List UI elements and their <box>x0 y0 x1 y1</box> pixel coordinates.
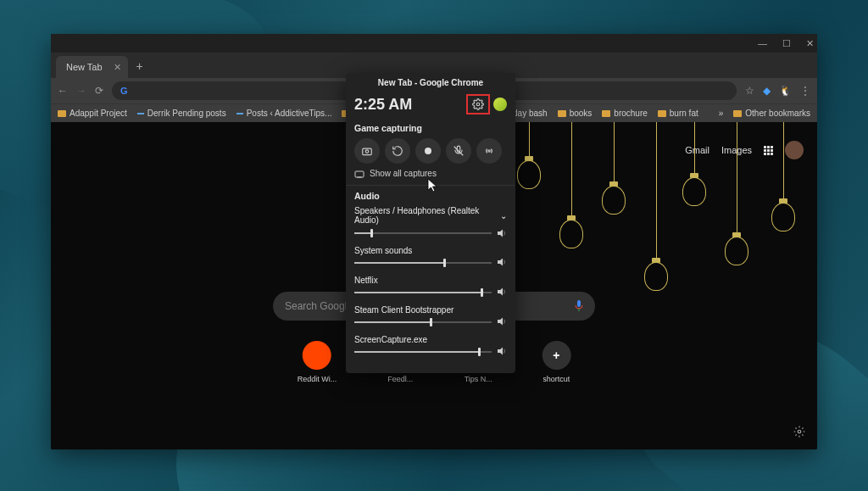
images-link[interactable]: Images <box>721 145 752 155</box>
audio-app-label: Steam Client Bootstrapper <box>354 305 507 315</box>
bookmark-item[interactable]: Derrik Pending posts <box>137 109 226 118</box>
svg-rect-4 <box>363 148 372 155</box>
folder-icon <box>558 110 566 117</box>
audio-app-label: ScreenCapture.exe <box>354 335 507 344</box>
folder-icon <box>733 110 742 117</box>
google-g-icon: G <box>120 86 128 96</box>
new-tab-button[interactable]: + <box>136 59 143 73</box>
bookmark-item[interactable]: brochure <box>602 109 647 118</box>
back-button[interactable]: ← <box>58 85 68 97</box>
shortcut-label: Tips N... <box>465 375 492 383</box>
other-bookmarks[interactable]: Other bookmarks <box>733 109 810 118</box>
mix-device-row[interactable]: Speakers / Headphones (Realtek Audio) ⌄ <box>354 206 507 225</box>
bookmark-label: books <box>570 109 593 118</box>
broadcast-button[interactable] <box>476 138 502 164</box>
gamebar-time: 2:25 AM <box>354 96 412 114</box>
xbox-icon[interactable] <box>493 98 507 111</box>
gamebar-header: 2:25 AM <box>346 91 515 120</box>
mic-toggle-button[interactable] <box>446 138 471 164</box>
shortcut-tile[interactable]: +shortcut <box>542 341 570 383</box>
menu-icon[interactable]: ⋮ <box>800 85 810 97</box>
master-volume-slider[interactable] <box>354 227 507 239</box>
audio-app-label: Netflix <box>354 276 507 285</box>
bookmark-label: burn fat <box>670 109 698 118</box>
volume-icon <box>497 287 507 298</box>
shortcut-label: Reddit Wi... <box>298 375 337 383</box>
volume-icon <box>497 229 507 237</box>
page-icon <box>236 113 243 114</box>
shortcut-tile[interactable]: Reddit Wi... <box>298 341 337 383</box>
apps-grid-icon[interactable] <box>764 146 773 155</box>
svg-marker-16 <box>498 348 503 355</box>
audio-app-label: System sounds <box>354 246 507 255</box>
top-links: Gmail Images <box>685 141 804 159</box>
bookmarks-overflow[interactable]: » <box>719 109 724 118</box>
shortcut-label: shortcut <box>542 375 570 383</box>
customize-gear-icon[interactable] <box>793 426 805 441</box>
bookmark-item[interactable]: books <box>558 109 593 118</box>
tab-close-icon[interactable]: ✕ <box>114 62 121 73</box>
captures-icon <box>354 170 364 178</box>
svg-rect-0 <box>577 300 581 307</box>
extension-icon[interactable]: ◆ <box>763 85 771 97</box>
audio-app-slider[interactable] <box>354 287 507 299</box>
svg-marker-13 <box>498 259 503 266</box>
show-all-captures-link[interactable]: Show all captures <box>354 169 507 178</box>
svg-marker-15 <box>498 318 503 326</box>
capture-buttons <box>354 138 507 164</box>
svg-point-9 <box>488 150 490 152</box>
bookmark-item[interactable]: Posts ‹ AddictiveTips... <box>236 109 332 118</box>
maximize-button[interactable]: ☐ <box>782 38 791 49</box>
bookmark-label: Derrik Pending posts <box>147 109 226 118</box>
volume-icon <box>497 317 507 327</box>
profile-avatar[interactable] <box>785 141 804 159</box>
tab-new-tab[interactable]: New Tab ✕ <box>56 56 128 78</box>
profile-icon[interactable]: 🐧 <box>779 85 792 97</box>
svg-point-6 <box>425 148 431 154</box>
gmail-link[interactable]: Gmail <box>685 145 709 155</box>
bookmark-label: Posts ‹ AddictiveTips... <box>247 109 332 118</box>
bookmark-label: brochure <box>614 109 647 118</box>
minimize-button[interactable]: — <box>758 38 767 48</box>
bookmark-item[interactable]: burn fat <box>658 109 698 118</box>
shortcut-icon: + <box>542 341 570 370</box>
gamebar-overlay: New Tab - Google Chrome 2:25 AM Game cap… <box>346 73 515 373</box>
folder-icon <box>658 110 666 117</box>
reload-button[interactable]: ⟳ <box>95 85 103 97</box>
folder-icon <box>602 110 610 117</box>
close-button[interactable]: ✕ <box>806 38 814 49</box>
mic-icon[interactable] <box>575 300 583 312</box>
shortcut-icon <box>303 341 331 370</box>
volume-icon <box>497 347 507 357</box>
audio-app-slider[interactable] <box>354 316 507 328</box>
bookmark-label: Adappit Project <box>70 109 127 118</box>
record-button[interactable] <box>415 138 441 164</box>
page-icon <box>137 113 144 114</box>
bookmark-star-icon[interactable]: ☆ <box>745 85 754 97</box>
gear-icon[interactable] <box>472 98 484 110</box>
bookmark-label: Other bookmarks <box>745 109 810 118</box>
show-all-captures-label: Show all captures <box>370 169 437 178</box>
audio-app-slider[interactable] <box>354 346 507 358</box>
tab-title: New Tab <box>66 62 103 72</box>
bookmark-item[interactable]: Adappit Project <box>58 109 127 118</box>
svg-marker-12 <box>498 230 503 237</box>
folder-icon <box>58 110 66 117</box>
screenshot-button[interactable] <box>354 138 380 164</box>
audio-app-slider[interactable] <box>354 257 507 269</box>
capture-section-title: Game capturing <box>354 123 507 133</box>
gamebar-title: New Tab - Google Chrome <box>346 73 515 91</box>
svg-point-2 <box>798 430 801 433</box>
mix-device-label: Speakers / Headphones (Realtek Audio) <box>354 206 500 225</box>
record-last-button[interactable] <box>385 138 410 164</box>
svg-point-5 <box>365 150 369 153</box>
forward-button[interactable]: → <box>76 85 86 97</box>
audio-section-title: Audio <box>354 191 507 201</box>
svg-marker-14 <box>498 288 503 296</box>
audio-section: Audio Speakers / Headphones (Realtek Aud… <box>346 185 515 373</box>
chevron-down-icon: ⌄ <box>500 211 507 220</box>
svg-point-3 <box>476 103 480 106</box>
gamebar-settings-highlight <box>466 94 490 114</box>
svg-rect-10 <box>355 171 364 177</box>
titlebar: — ☐ ✕ <box>51 34 817 53</box>
